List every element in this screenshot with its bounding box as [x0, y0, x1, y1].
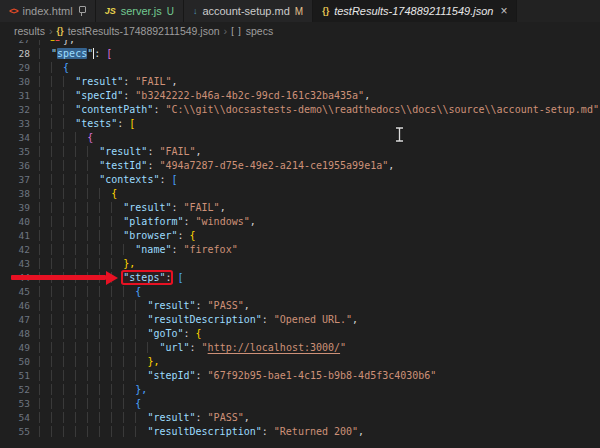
breadcrumb-item-results[interactable]: results — [14, 25, 45, 37]
json-icon: {} — [322, 6, 329, 16]
line-number: 48 — [0, 327, 30, 341]
code-editor[interactable]: 27 },28 "specs": [29 {30 "result": "FAIL… — [0, 33, 600, 448]
line-number: 43 — [0, 257, 30, 271]
line-number: 39 — [0, 201, 30, 215]
code-line[interactable]: 48 "goTo": { — [0, 327, 600, 341]
line-number: 29 — [0, 61, 30, 75]
line-number: 28 — [0, 47, 30, 61]
close-icon[interactable]: × — [500, 4, 507, 18]
line-number: 33 — [0, 117, 30, 131]
tab-testresults-json[interactable]: {} testResults-1748892111549.json × — [313, 0, 517, 22]
line-number: 55 — [0, 425, 30, 439]
breadcrumb-item-file[interactable]: testResults-1748892111549.json — [68, 25, 220, 37]
red-arrow-annotation — [11, 271, 118, 285]
line-number: 45 — [0, 285, 30, 299]
code-line[interactable]: 52 }, — [0, 383, 600, 397]
tab-label: testResults-1748892111549.json — [334, 5, 493, 17]
code-line[interactable]: 54 "result": "PASS", — [0, 411, 600, 425]
code-line[interactable]: 50 }, — [0, 355, 600, 369]
code-line[interactable]: 42 "name": "firefox" — [0, 243, 600, 257]
line-number: 40 — [0, 215, 30, 229]
code-line[interactable]: 38 { — [0, 187, 600, 201]
line-number: 42 — [0, 243, 30, 257]
tab-label: index.html — [23, 5, 73, 17]
code-line[interactable]: 33 "tests": [ — [0, 117, 600, 131]
code-line[interactable]: 53 { — [0, 397, 600, 411]
line-number: 49 — [0, 341, 30, 355]
json-icon: {} — [57, 26, 64, 36]
line-number: 31 — [0, 89, 30, 103]
code-line[interactable]: 40 "platform": "windows", — [0, 215, 600, 229]
line-number: 47 — [0, 313, 30, 327]
mouse-ibeam-cursor — [394, 126, 405, 143]
line-number: 53 — [0, 397, 30, 411]
chevron-right-icon: › — [49, 25, 53, 37]
vscode-window: <> index.html JS server.js U ↓ account-s… — [0, 0, 600, 448]
code-line[interactable]: 47 "resultDescription": "Opened URL.", — [0, 313, 600, 327]
tab-account-setup-md[interactable]: ↓ account-setup.md M — [184, 0, 313, 22]
line-number: 51 — [0, 369, 30, 383]
line-number: 37 — [0, 173, 30, 187]
chevron-right-icon: › — [224, 25, 228, 37]
code-line[interactable]: 32 "contentPath": "C:\\git\\docsastests-… — [0, 103, 600, 117]
code-line[interactable]: 45 { — [0, 285, 600, 299]
code-line[interactable]: 37 "contexts": [ — [0, 173, 600, 187]
steps-annotation-box: "steps": — [123, 272, 171, 283]
code-line[interactable]: 39 "result": "FAIL", — [0, 201, 600, 215]
line-number: 54 — [0, 411, 30, 425]
git-status-badge: U — [167, 6, 174, 17]
line-number: 32 — [0, 103, 30, 117]
code-line[interactable]: 49 "url": "http://localhost:3000/" — [0, 341, 600, 355]
tab-label: account-setup.md — [202, 5, 289, 17]
line-number: 35 — [0, 145, 30, 159]
breadcrumb-item-specs[interactable]: specs — [246, 25, 273, 37]
line-number: 34 — [0, 131, 30, 145]
code-line[interactable]: 55 "resultDescription": "Returned 200", — [0, 425, 600, 439]
html-icon: <> — [9, 6, 18, 16]
code-line[interactable]: 35 "result": "FAIL", — [0, 145, 600, 159]
code-line[interactable]: 36 "testId": "494a7287-d75e-49e2-a214-ce… — [0, 159, 600, 173]
line-number: 50 — [0, 355, 30, 369]
line-number: 38 — [0, 187, 30, 201]
url-link[interactable]: http://localhost:3000/ — [208, 342, 340, 353]
code-line[interactable]: 41 "browser": { — [0, 229, 600, 243]
code-line[interactable]: 29 { — [0, 61, 600, 75]
tab-label: server.js — [121, 5, 162, 17]
git-status-badge: M — [295, 6, 303, 17]
code-line[interactable]: 30 "result": "FAIL", — [0, 75, 600, 89]
code-line[interactable]: 51 "stepId": "67f92b95-bae1-4c15-b9b8-4d… — [0, 369, 600, 383]
tab-index-html[interactable]: <> index.html — [0, 0, 96, 22]
line-number: 36 — [0, 159, 30, 173]
line-number: 41 — [0, 229, 30, 243]
code-line[interactable]: 34 { — [0, 131, 600, 145]
code-line[interactable]: 31 "specId": "b3242222-b46a-4b2c-99cd-16… — [0, 89, 600, 103]
code-line[interactable]: 28 "specs": [ — [0, 47, 600, 61]
code-line[interactable]: 46 "result": "PASS", — [0, 299, 600, 313]
array-icon: [ ] — [231, 26, 242, 36]
tab-server-js[interactable]: JS server.js U — [96, 0, 184, 22]
line-number: 30 — [0, 75, 30, 89]
pin-icon[interactable] — [78, 6, 86, 16]
line-number: 46 — [0, 299, 30, 313]
editor-tab-bar: <> index.html JS server.js U ↓ account-s… — [0, 0, 600, 22]
code-line[interactable]: 43 }, — [0, 257, 600, 271]
markdown-icon: ↓ — [193, 6, 198, 16]
breadcrumb: results › {} testResults-1748892111549.j… — [0, 22, 600, 40]
line-number: 52 — [0, 383, 30, 397]
js-icon: JS — [105, 6, 116, 16]
